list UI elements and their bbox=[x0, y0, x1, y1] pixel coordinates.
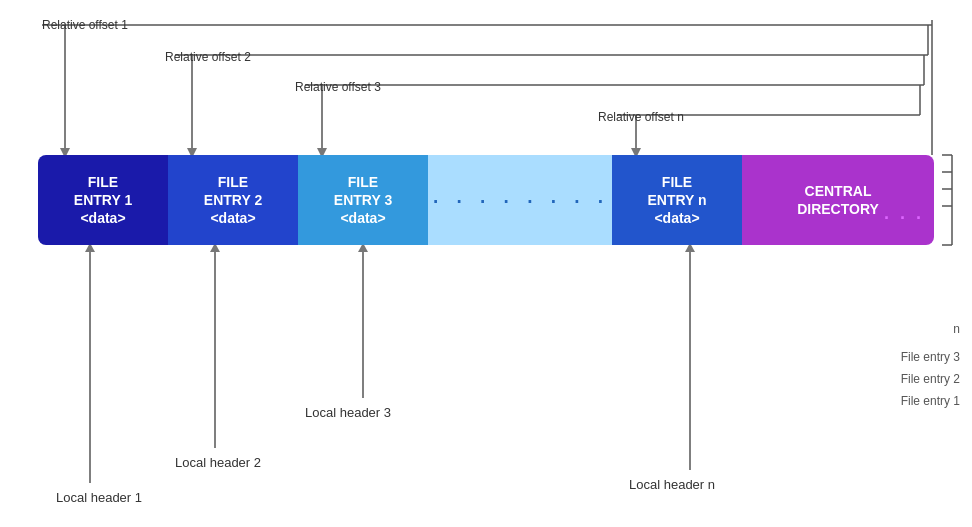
file-entry-n-title: FILEENTRY n bbox=[647, 173, 706, 209]
file-entry-n: FILEENTRY n <data> bbox=[612, 155, 742, 245]
file-entry-3: FILEENTRY 3 <data> bbox=[298, 155, 428, 245]
file-entry-1-title: FILEENTRY 1 bbox=[74, 173, 132, 209]
file-entry-n-data: <data> bbox=[654, 209, 699, 227]
central-directory-title: CENTRALDIRECTORY bbox=[797, 182, 879, 218]
offset-label-3: Relative offset 3 bbox=[295, 80, 381, 94]
central-directory: CENTRALDIRECTORY · · · bbox=[742, 155, 934, 245]
local-header-3-label: Local header 3 bbox=[305, 405, 391, 420]
offset-label-2: Relative offset 2 bbox=[165, 50, 251, 64]
file-entry-2-data: <data> bbox=[210, 209, 255, 227]
file-entry-1-data: <data> bbox=[80, 209, 125, 227]
local-header-n-label: Local header n bbox=[629, 477, 715, 492]
file-bar: FILEENTRY 1 <data> FILEENTRY 2 <data> FI… bbox=[38, 155, 934, 245]
right-label-n: n bbox=[953, 322, 960, 336]
right-label-file-entry-2: File entry 2 bbox=[901, 372, 960, 386]
diagram-container: Relative offset 1 Relative offset 2 Rela… bbox=[0, 0, 972, 527]
arrows-svg bbox=[0, 0, 972, 527]
local-header-2-label: Local header 2 bbox=[175, 455, 261, 470]
file-entry-3-title: FILEENTRY 3 bbox=[334, 173, 392, 209]
file-entry-dots: · · · · · · · · bbox=[428, 155, 612, 245]
file-entry-2-title: FILEENTRY 2 bbox=[204, 173, 262, 209]
file-entry-1: FILEENTRY 1 <data> bbox=[38, 155, 168, 245]
local-header-1-label: Local header 1 bbox=[56, 490, 142, 505]
right-label-file-entry-1: File entry 1 bbox=[901, 394, 960, 408]
central-directory-dots: · · · bbox=[884, 207, 924, 230]
right-label-file-entry-3: File entry 3 bbox=[901, 350, 960, 364]
file-entry-2: FILEENTRY 2 <data> bbox=[168, 155, 298, 245]
file-entry-3-data: <data> bbox=[340, 209, 385, 227]
offset-label-n: Relative offset n bbox=[598, 110, 684, 124]
offset-label-1: Relative offset 1 bbox=[42, 18, 128, 32]
